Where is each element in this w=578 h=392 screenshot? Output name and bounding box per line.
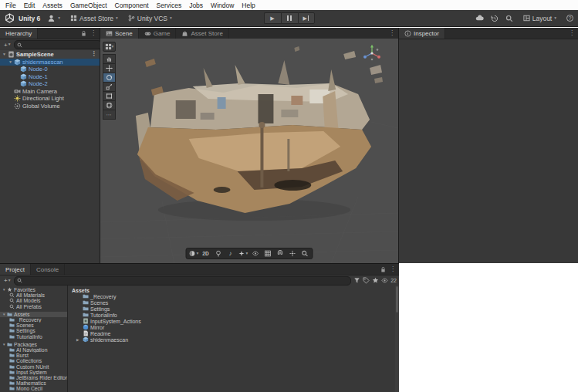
project-left-item[interactable]: All Prefabs: [0, 304, 67, 309]
project-left-item[interactable]: Burst: [0, 353, 67, 358]
project-asset-row[interactable]: Readme: [72, 330, 399, 336]
menu-item[interactable]: Component: [111, 2, 153, 9]
menu-item[interactable]: Window: [207, 2, 238, 9]
layout-dropdown[interactable]: Layout ▾: [520, 13, 559, 24]
project-left-header[interactable]: ▼Packages: [0, 342, 67, 347]
project-left-item[interactable]: AI Navigation: [0, 347, 67, 353]
tab-hierarchy[interactable]: Hierarchy: [0, 28, 38, 39]
hierarchy-row[interactable]: Main Camera: [0, 88, 100, 96]
project-left-item[interactable]: Mono Cecil: [0, 386, 67, 391]
grid-toggle[interactable]: [262, 249, 274, 258]
saved-search-icon[interactable]: [372, 277, 379, 284]
project-searchbox[interactable]: [14, 276, 351, 286]
hierarchy-row[interactable]: ▼ shidenmaescan: [0, 59, 100, 66]
effects-toggle[interactable]: ▾: [238, 249, 249, 258]
project-asset-row[interactable]: Scenes: [72, 299, 399, 306]
tool-overlay-dropdown[interactable]: ▾: [103, 42, 116, 52]
tab-inspector[interactable]: Inspector: [399, 28, 445, 39]
menu-item[interactable]: Help: [238, 2, 259, 9]
hidden-objects-toggle[interactable]: [250, 249, 262, 258]
hierarchy-row[interactable]: Node-0: [0, 66, 100, 73]
project-asset-row[interactable]: Settings: [72, 306, 399, 312]
mirror-icon: [83, 324, 89, 330]
account-button[interactable]: ▾: [44, 12, 63, 24]
project-left-item-label: All Models: [16, 298, 40, 303]
create-object-button[interactable]: +▾: [2, 42, 12, 49]
scene-search-button[interactable]: [299, 249, 311, 258]
project-left-item[interactable]: TutorialInfo: [0, 334, 67, 340]
project-asset-row[interactable]: InputSystem_Actions: [72, 318, 399, 324]
play-button[interactable]: ▶: [264, 12, 281, 24]
project-left-item[interactable]: All Materials: [0, 292, 67, 298]
project-asset-row[interactable]: Mirror: [72, 324, 399, 330]
hierarchy-searchbox[interactable]: [14, 40, 102, 49]
undo-history-icon[interactable]: [491, 15, 499, 22]
project-folder-header[interactable]: Assets: [72, 287, 399, 293]
asset-store-button[interactable]: Asset Store ▾: [67, 13, 121, 24]
snap-toggle[interactable]: [275, 249, 286, 258]
search-by-type-icon[interactable]: [353, 277, 360, 284]
kebab-menu-icon[interactable]: ⋮: [91, 51, 100, 57]
kebab-menu-icon[interactable]: ⋮: [390, 266, 396, 272]
project-left-item[interactable]: Settings: [0, 328, 67, 333]
project-left-item[interactable]: Custom NUnit: [0, 363, 67, 369]
expand-caret[interactable]: ▶: [76, 338, 81, 342]
menu-item[interactable]: Services: [153, 2, 186, 9]
search-icon[interactable]: [505, 15, 513, 22]
create-asset-button[interactable]: +▾: [2, 277, 12, 284]
gizmos-toggle[interactable]: [287, 249, 299, 258]
project-left-item-label: _Recovery: [16, 317, 42, 323]
project-left-item[interactable]: Input System: [0, 370, 67, 375]
lock-icon[interactable]: [80, 30, 87, 37]
tab-project[interactable]: Project: [0, 264, 31, 275]
menu-item[interactable]: Assets: [39, 2, 66, 9]
hidden-packages-icon[interactable]: [381, 277, 388, 284]
unity-vcs-button[interactable]: Unity VCS ▾: [125, 13, 175, 24]
hierarchy-search-input[interactable]: [24, 42, 99, 49]
step-button[interactable]: ▶: [298, 12, 315, 24]
scene-viewport[interactable]: ▾: [100, 39, 398, 263]
tab-scene[interactable]: Scene: [100, 28, 139, 39]
project-left-header[interactable]: ▼Assets: [0, 312, 67, 317]
expand-caret[interactable]: ▼: [8, 59, 14, 64]
2d-toggle[interactable]: 2D: [201, 249, 212, 258]
project-asset-row[interactable]: _Recovery: [72, 293, 399, 299]
lock-icon[interactable]: [380, 266, 387, 273]
expand-caret[interactable]: ▼: [2, 52, 8, 56]
project-asset-row[interactable]: ▶ shidenmaescan: [72, 336, 399, 343]
more-tools[interactable]: ⋯: [103, 110, 116, 120]
search-by-label-icon[interactable]: [363, 277, 370, 284]
hierarchy-row[interactable]: Node-1: [0, 73, 100, 81]
tab-game[interactable]: Game: [139, 28, 177, 39]
cloud-services-icon[interactable]: [475, 14, 484, 22]
hierarchy-row[interactable]: Directional Light: [0, 95, 100, 103]
project-left-item[interactable]: JetBrains Rider Editor: [0, 375, 67, 380]
menu-item[interactable]: Edit: [20, 2, 39, 9]
shading-mode-button[interactable]: ▾: [188, 249, 200, 258]
kebab-menu-icon[interactable]: ⋮: [90, 30, 96, 36]
hierarchy-row[interactable]: Global Volume: [0, 103, 100, 110]
kebab-menu-icon[interactable]: ⋮: [569, 30, 575, 36]
tab-asset-store[interactable]: Asset Store: [176, 28, 228, 39]
project-left-item[interactable]: Mathematics: [0, 380, 67, 386]
audio-toggle[interactable]: ♪: [225, 249, 237, 258]
lighting-toggle[interactable]: [213, 249, 225, 258]
orientation-gizmo[interactable]: [361, 42, 383, 64]
menu-item[interactable]: File: [2, 2, 20, 9]
project-left-item[interactable]: _Recovery: [0, 317, 67, 323]
tab-console[interactable]: Console: [31, 264, 65, 275]
pause-button[interactable]: [281, 12, 298, 24]
project-search-input[interactable]: [24, 277, 348, 284]
project-left-header[interactable]: ▼Favorites: [0, 287, 67, 292]
project-left-item[interactable]: Collections: [0, 358, 67, 363]
hierarchy-scene-row[interactable]: ▼ SampleScene ⋮: [0, 50, 100, 59]
hierarchy-row[interactable]: Node-2: [0, 80, 100, 88]
scrollbar-thumb[interactable]: [396, 286, 398, 313]
project-left-item[interactable]: Scenes: [0, 323, 67, 328]
help-icon[interactable]: ?: [566, 15, 573, 22]
project-left-item[interactable]: All Models: [0, 298, 67, 303]
menu-item[interactable]: GameObject: [66, 2, 111, 9]
project-asset-row[interactable]: TutorialInfo: [72, 312, 399, 318]
menu-item[interactable]: Jobs: [185, 2, 207, 9]
kebab-menu-icon[interactable]: ⋮: [389, 30, 395, 36]
